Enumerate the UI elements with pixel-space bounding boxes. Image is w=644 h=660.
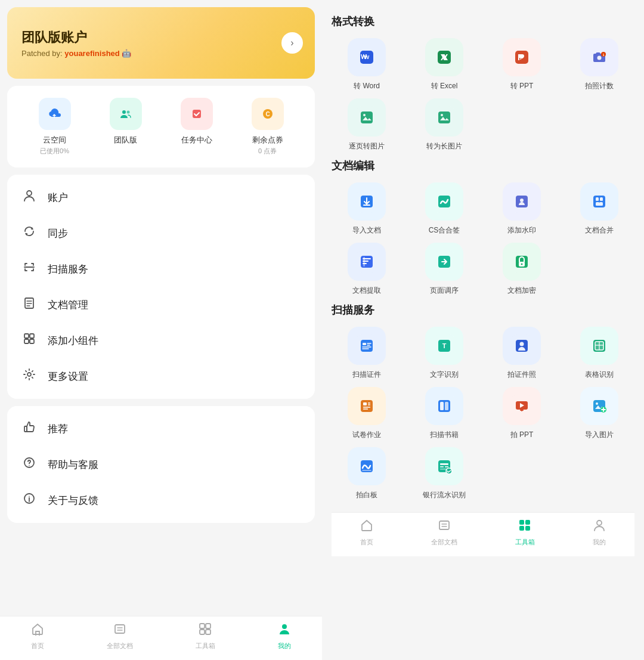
tool-to-word[interactable]: W 转 Word — [332, 38, 402, 91]
team-banner[interactable]: 团队版账户 Patched by: youarefinished 🤖 › — [7, 7, 315, 79]
gear-icon — [21, 368, 37, 385]
tool-merge[interactable]: 文档合并 — [564, 182, 634, 236]
menu-section-2: 推荐 帮助与客服 关于与反馈 — [7, 406, 315, 523]
svg-rect-79 — [363, 343, 366, 345]
left-nav-docs[interactable]: 全部文档 — [107, 622, 133, 650]
quick-item-team[interactable]: 团队版 — [110, 98, 142, 156]
quick-item-points[interactable]: C 剩余点券 0 点券 — [252, 98, 284, 156]
tool-whiteboard-label: 拍白板 — [356, 490, 377, 500]
photo-id-icon — [503, 327, 541, 365]
tool-whiteboard[interactable]: 拍白板 — [332, 447, 402, 500]
tool-to-long-img-label: 转为长图片 — [426, 141, 462, 151]
team-label: 团队版 — [114, 135, 137, 145]
svg-rect-101 — [363, 407, 370, 408]
menu-settings[interactable]: 更多设置 — [7, 358, 315, 394]
quick-item-task[interactable]: 任务中心 — [181, 98, 213, 156]
tool-to-excel-label: 转 Excel — [431, 81, 458, 91]
cloud-label: 云空间 — [43, 135, 66, 145]
svg-rect-106 — [445, 402, 448, 410]
tool-scan-id-label: 扫描证件 — [352, 370, 381, 380]
right-nav-tools[interactable]: 工具箱 — [515, 519, 535, 547]
svg-rect-20 — [24, 426, 27, 432]
tool-table-ocr[interactable]: 表格识别 — [564, 327, 634, 380]
scan-id-icon — [348, 327, 386, 365]
tool-import-doc[interactable]: 导入文档 — [332, 182, 402, 236]
left-nav-mine[interactable]: 我的 — [278, 622, 291, 650]
tool-to-long-img[interactable]: 转为长图片 — [409, 98, 479, 151]
doc-icon — [21, 296, 37, 313]
svg-rect-30 — [206, 624, 210, 628]
banner-link[interactable]: youarefinished — [64, 49, 119, 58]
tool-scan-book[interactable]: 扫描书籍 — [409, 387, 479, 440]
menu-docmgr[interactable]: 文档管理 — [7, 287, 315, 323]
bank-icon — [425, 447, 463, 485]
svg-point-9 — [27, 191, 32, 196]
tool-page-to-img[interactable]: 逐页转图片 — [332, 98, 402, 151]
right-bottom-nav: 首页 全部文档 工具箱 — [332, 512, 634, 556]
quick-actions: 云空间 已使用0% 团队版 — [7, 86, 315, 168]
tool-ppt-photo[interactable]: 拍 PPT — [487, 387, 557, 440]
svg-point-89 — [520, 342, 524, 346]
menu-widget-label: 添加小组件 — [48, 334, 98, 348]
menu-sync[interactable]: 同步 — [7, 215, 315, 251]
svg-rect-131 — [519, 520, 524, 525]
tool-bank-ocr-label: 银行流水识别 — [423, 490, 466, 500]
right-tools-icon — [518, 519, 531, 535]
menu-scan-label: 扫描服务 — [48, 262, 88, 276]
tool-watermark[interactable]: 添加水印 — [487, 182, 557, 236]
tool-import-img[interactable]: 导入图片 — [564, 387, 634, 440]
svg-rect-133 — [519, 526, 524, 531]
tool-exam[interactable]: 试卷作业 — [332, 387, 402, 440]
banner-arrow[interactable]: › — [281, 32, 303, 54]
svg-rect-102 — [363, 408, 368, 410]
svg-rect-105 — [440, 402, 444, 410]
svg-rect-100 — [368, 404, 370, 405]
tool-to-excel[interactable]: 转 Excel — [409, 38, 479, 91]
left-nav-mine-label: 我的 — [278, 642, 291, 650]
tool-cs-sign-label: CS合合签 — [429, 225, 460, 236]
menu-account[interactable]: 账户 — [7, 179, 315, 215]
tool-photo-id[interactable]: 拍证件照 — [487, 327, 557, 380]
tool-encrypt[interactable]: 文档加密 — [487, 243, 557, 296]
quick-item-cloud[interactable]: 云空间 已使用0% — [39, 98, 71, 156]
left-nav-docs-label: 全部文档 — [107, 642, 133, 650]
menu-recommend[interactable]: 推荐 — [7, 411, 315, 447]
tools-icon — [199, 622, 212, 639]
tool-cs-sign[interactable]: CS合合签 — [409, 182, 479, 236]
menu-about[interactable]: 关于与反馈 — [7, 482, 315, 518]
menu-help[interactable]: 帮助与客服 — [7, 447, 315, 482]
tool-to-ppt[interactable]: P 转 PPT — [487, 38, 557, 91]
tool-extract[interactable]: 文档提取 — [332, 243, 402, 296]
menu-help-label: 帮助与客服 — [48, 458, 98, 472]
svg-rect-112 — [521, 409, 522, 411]
tool-page-order[interactable]: 页面调序 — [409, 243, 479, 296]
right-nav-home[interactable]: 首页 — [360, 519, 373, 547]
tool-to-word-label: 转 Word — [354, 81, 380, 91]
tool-photo-count[interactable]: 1 拍照计数 — [564, 38, 634, 91]
right-home-icon — [360, 519, 373, 535]
left-nav-home[interactable]: 首页 — [31, 622, 44, 650]
tool-bank-ocr[interactable]: 银行流水识别 — [409, 447, 479, 500]
svg-point-33 — [282, 624, 287, 629]
svg-rect-31 — [200, 630, 205, 634]
left-nav-home-label: 首页 — [31, 642, 44, 650]
widget-icon — [21, 332, 37, 349]
tool-exam-label: 试卷作业 — [352, 430, 381, 440]
right-nav-mine[interactable]: 我的 — [593, 519, 606, 547]
menu-scan[interactable]: 扫描服务 — [7, 251, 315, 287]
img-page-icon — [348, 98, 386, 137]
cloud-sub: 已使用0% — [40, 147, 69, 156]
tool-extract-label: 文档提取 — [352, 286, 381, 296]
svg-rect-64 — [596, 202, 603, 206]
menu-widget[interactable]: 添加小组件 — [7, 323, 315, 358]
svg-point-2 — [122, 110, 126, 114]
excel-icon — [425, 38, 463, 76]
points-icon: C — [252, 98, 284, 130]
left-panel: 团队版账户 Patched by: youarefinished 🤖 › 云空间… — [0, 0, 322, 660]
tool-ocr[interactable]: T 文字识别 — [409, 327, 479, 380]
right-panel: 格式转换 W 转 Word 转 Exce — [322, 0, 644, 660]
tool-scan-id[interactable]: 扫描证件 — [332, 327, 402, 380]
mine-icon — [278, 622, 291, 639]
left-nav-tools[interactable]: 工具箱 — [196, 622, 215, 650]
right-nav-docs[interactable]: 全部文档 — [431, 519, 457, 547]
